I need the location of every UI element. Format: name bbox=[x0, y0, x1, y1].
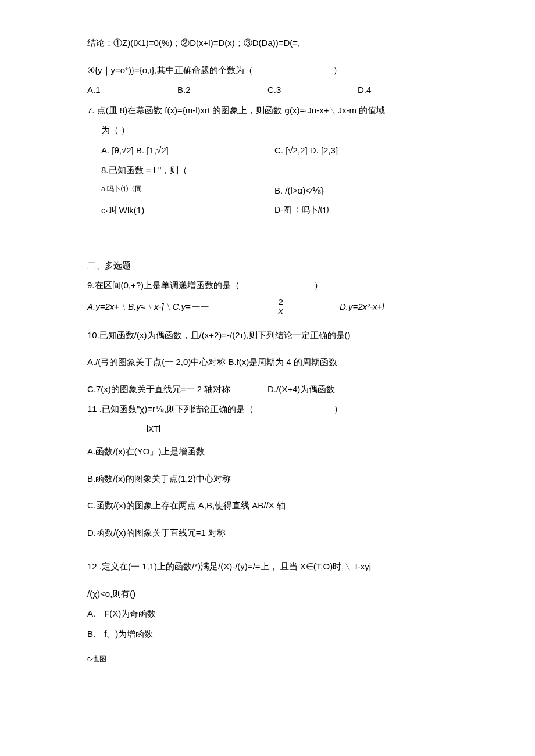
q10-option-ab: A./(弓的图象关于点(一 2,0)中心对称 B.f(x)是周期为 4 的周期函… bbox=[87, 354, 448, 371]
q10-option-d: D./(X+4)为偶函数 bbox=[268, 381, 448, 398]
q8-option-c: c∙叫 Wlk(1) bbox=[101, 202, 274, 219]
q7-option-ab: A. [θ,√2] B. [1,√2] bbox=[101, 142, 274, 159]
q9-frac-bot: X bbox=[278, 307, 284, 317]
q12-option-b: B. f。)为增函数 bbox=[87, 626, 448, 643]
q12-stem2: /(χ)<o,则有() bbox=[87, 586, 448, 603]
q6-intro2-text: ④{y｜y=o*)}={o,ι},其中正确命题的个数为（ bbox=[87, 65, 253, 75]
q11-sub: lXTl bbox=[87, 421, 448, 437]
q9-abc-text: A.y=2x+﹨B.y≈﹨x-]﹨C.y=一一 bbox=[87, 302, 208, 311]
q11-stem-text: 11 .已知函数"χ)=r⅟₈,则下列结论正确的是（ bbox=[87, 404, 254, 414]
q8-options-row2: c∙叫 Wlk(1) D-图〈 吗卜/⑴ bbox=[87, 202, 448, 219]
q10-option-c: C.7(x)的图象关于直线冗=一 2 轴对称 bbox=[87, 381, 268, 398]
q10-options-cd: C.7(x)的图象关于直线冗=一 2 轴对称 D./(X+4)为偶函数 bbox=[87, 381, 448, 398]
q8-stem: 8.已知函数 = L"，则（ bbox=[87, 162, 448, 179]
q8-option-d: D-图〈 吗卜/⑴ bbox=[274, 202, 448, 219]
q6-option-d: D.4 bbox=[358, 82, 448, 99]
q7-stem2: 为（ ） bbox=[87, 122, 448, 139]
q9-option-d: D.y=2x²-x+l bbox=[340, 299, 448, 316]
q9-option-abc: A.y=2x+﹨B.y≈﹨x-]﹨C.y=一一 bbox=[87, 299, 261, 316]
q11-stem: 11 .已知函数"χ)=r⅟₈,则下列结论正确的是（ ） bbox=[87, 401, 448, 418]
q9-options: A.y=2x+﹨B.y≈﹨x-]﹨C.y=一一 2 X D.y=2x²-x+l bbox=[87, 298, 448, 317]
q8-options-row1: a∙吗卜⑴〈同 B. /(l>α)<∕⅟₈} bbox=[87, 182, 448, 199]
q6-option-a: A.1 bbox=[87, 82, 177, 99]
q11-stem-end: ） bbox=[334, 404, 343, 414]
q6-intro1: 结论：①Z)(lX1)=0(%)；②D(x+l)=D(x)；③D(Da))=D(… bbox=[87, 35, 448, 52]
q6-intro2-end: ） bbox=[333, 65, 342, 75]
q7-options: A. [θ,√2] B. [1,√2] C. [√2,2] D. [2,3] bbox=[87, 142, 448, 159]
q7-stem: 7. 点(皿 8)在幕函数 f(x)={m-l)xrt 的图象上，则函数 g(x… bbox=[87, 102, 448, 119]
q8-option-b: B. /(l>α)<∕⅟₈} bbox=[274, 182, 448, 199]
q9-stem-end: ） bbox=[314, 280, 323, 290]
q9-frac-top: 2 bbox=[278, 298, 284, 307]
q11-option-c: C.函数/(x)的图象上存在两点 A,B,使得直线 AB//X 轴 bbox=[87, 497, 448, 514]
q10-stem: 10.已知函数/(x)为偶函数，且/(x+2)=-/(2τ),则下列结论一定正确… bbox=[87, 327, 448, 344]
q9-stem-text: 9.在区间(0,+?)上是单调递增函数的是（ bbox=[87, 280, 240, 290]
section2-title: 二、多选题 bbox=[87, 257, 448, 274]
q12-stem: 12 .定义在(一 1,1)上的函数/*)满足/(X)-/(y)=/=上， 且当… bbox=[87, 558, 448, 575]
q7-option-cd: C. [√2,2] D. [2,3] bbox=[274, 142, 448, 159]
q11-option-d: D.函数/(x)的图象关于直线冗=1 对称 bbox=[87, 525, 448, 542]
q6-option-c: C.3 bbox=[268, 82, 358, 99]
q6-options: A.1 B.2 C.3 D.4 bbox=[87, 82, 448, 99]
q12-option-c: c∙也图 bbox=[87, 653, 448, 666]
q7-stem-text: 7. 点(皿 8)在幕函数 f(x)={m-l)xrt 的图象上，则函数 g(x… bbox=[87, 105, 385, 115]
q6-option-b: B.2 bbox=[177, 82, 268, 99]
q9-fraction: 2 X bbox=[261, 298, 340, 317]
q12-option-a: A. F(X)为奇函数 bbox=[87, 605, 448, 622]
q11-option-a: A.函数/(x)在(YO」)上是增函数 bbox=[87, 443, 448, 460]
q9-stem: 9.在区间(0,+?)上是单调递增函数的是（ ） bbox=[87, 277, 448, 294]
q11-option-b: B.函数/(x)的图象关于点(1,2)中心对称 bbox=[87, 471, 448, 488]
q6-intro2: ④{y｜y=o*)}={o,ι},其中正确命题的个数为（ ） bbox=[87, 62, 448, 79]
q8-option-a: a∙吗卜⑴〈同 bbox=[101, 182, 274, 199]
